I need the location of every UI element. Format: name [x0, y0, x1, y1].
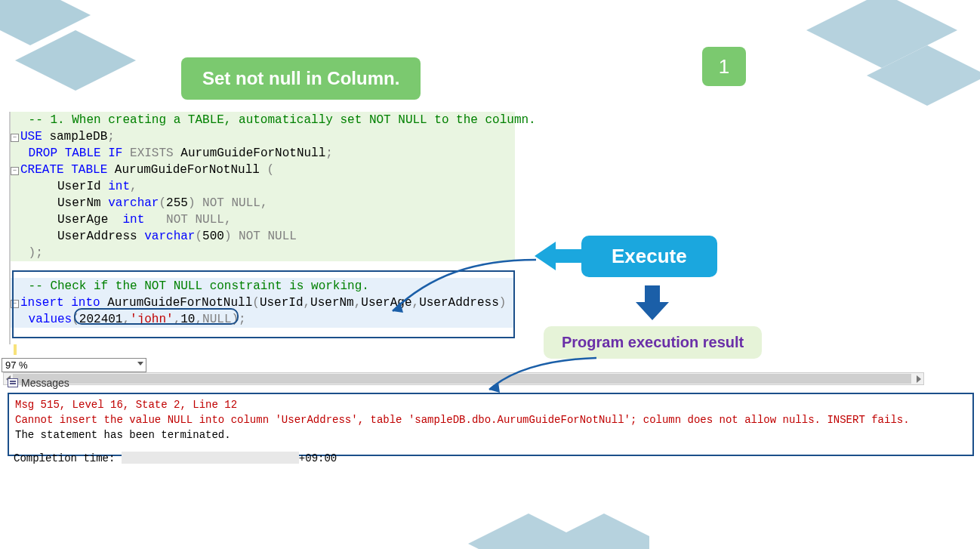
fold-icon[interactable]: − [11, 134, 19, 142]
bg-shape-tr [776, 0, 980, 151]
arrow-down-icon [636, 285, 669, 323]
completion-time: Completion time: +09:00 [14, 452, 337, 464]
code-line[interactable]: −CREATE TABLE AurumGuideForNotNull ( [11, 162, 515, 178]
code-line[interactable]: UserNm varchar(255) NOT NULL, [11, 195, 515, 211]
zoom-select[interactable] [2, 358, 146, 372]
messages-tab[interactable]: Messages [2, 375, 76, 391]
values-highlight [74, 308, 239, 325]
messages-panel[interactable]: Msg 515, Level 16, State 2, Line 12 Cann… [8, 393, 974, 456]
message-line: The statement has been terminated. [15, 427, 966, 443]
messages-tab-label: Messages [21, 377, 69, 389]
scroll-right-icon[interactable] [917, 375, 921, 383]
bg-shape-b [468, 514, 649, 549]
redacted-timestamp [122, 452, 299, 464]
code-line[interactable]: -- 1. When creating a TABLE, automatical… [11, 112, 515, 128]
title-badge: Set not null in Column. [181, 57, 421, 100]
code-line[interactable]: DROP TABLE IF EXISTS AurumGuideForNotNul… [11, 145, 515, 162]
scroll-thumb[interactable] [13, 374, 911, 384]
code-line[interactable]: −USE sampleDB; [11, 128, 515, 145]
chevron-down-icon [137, 362, 143, 365]
fold-icon[interactable]: − [11, 167, 19, 175]
execute-annotation: Execute [581, 236, 717, 277]
connector-curve-execute [385, 252, 544, 323]
connector-curve-result [483, 353, 604, 402]
messages-icon [8, 378, 18, 387]
code-line[interactable]: UserAge int NOT NULL, [11, 211, 515, 228]
code-line[interactable]: UserAddress varchar(500) NOT NULL [11, 228, 515, 245]
zoom-select-wrap[interactable] [0, 358, 146, 372]
svg-marker-7 [636, 285, 669, 320]
code-line[interactable]: UserId int, [11, 178, 515, 195]
horizontal-scrollbar[interactable] [3, 372, 924, 385]
step-number-badge: 1 [702, 47, 746, 86]
error-line: Cannot insert the value NULL into column… [15, 412, 966, 427]
